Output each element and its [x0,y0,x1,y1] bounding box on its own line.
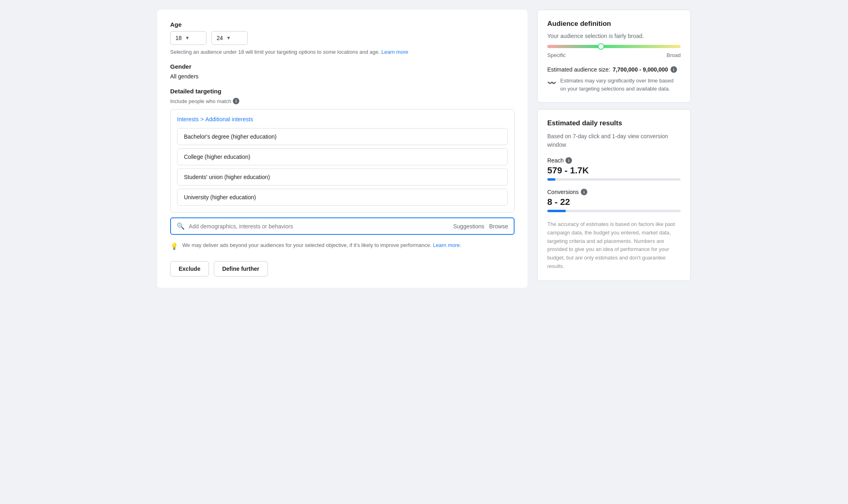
lightbulb-icon: 💡 [170,242,178,251]
age-from-value: 18 [175,35,182,41]
meter-labels: Specific Broad [547,52,681,58]
conversions-section: Conversions i 8 - 22 [547,189,681,212]
suggestions-button[interactable]: Suggestions [453,223,484,230]
targeting-box: Interests > Additional interests Bachelo… [170,109,515,213]
chevron-down-icon: ▼ [226,35,231,41]
define-further-button[interactable]: Define further [214,261,268,276]
action-buttons: Exclude Define further [170,261,515,276]
targeting-item: University (higher education) [177,189,508,206]
daily-results-desc: Based on 7-day click and 1-day view conv… [547,132,681,149]
audience-definition-card: Audience definition Your audience select… [537,10,691,103]
breadcrumb-interests-link[interactable]: Interests [177,116,199,122]
conversions-info-icon[interactable]: i [581,189,587,195]
age-from-select[interactable]: 18 ▼ [170,31,207,45]
audience-description: Your audience selection is fairly broad. [547,33,681,39]
reach-bar-fill [547,178,555,181]
right-panel: Audience definition Your audience select… [537,10,691,288]
breadcrumb: Interests > Additional interests [177,116,508,122]
accuracy-note: The accuracy of estimates is based on fa… [547,220,681,271]
include-label: Include people who match i [170,98,515,104]
targeting-item: Bachelor's degree (higher education) [177,128,508,145]
estimates-note: 〰️ Estimates may vary significantly over… [547,77,681,93]
hint-text: We may deliver ads beyond your audiences… [182,242,431,248]
hint-row: 💡 We may deliver ads beyond your audienc… [170,241,515,251]
targeting-item: Students' union (higher education) [177,169,508,186]
exclude-button[interactable]: Exclude [170,261,209,276]
estimates-note-text: Estimates may vary significantly over ti… [560,77,681,93]
conversions-label: Conversions i [547,189,681,195]
gender-label: Gender [170,63,515,70]
search-box: 🔍 Suggestions Browse [170,217,515,235]
conversions-bar [547,210,681,212]
breadcrumb-additional-link[interactable]: Additional interests [205,116,253,122]
breadcrumb-separator: > [200,116,204,122]
size-value: 7,700,000 - 9,000,000 [613,66,668,73]
audience-definition-title: Audience definition [547,20,681,28]
detailed-targeting-section: Detailed targeting Include people who ma… [170,88,515,276]
reach-bar [547,178,681,181]
trend-icon: 〰️ [547,78,556,89]
audience-meter-bar [547,45,681,48]
age-label: Age [170,21,515,28]
reach-value: 579 - 1.7K [547,165,681,176]
detailed-targeting-label: Detailed targeting [170,88,515,95]
browse-button[interactable]: Browse [489,223,508,230]
targeting-item: College (higher education) [177,148,508,165]
reach-info-icon[interactable]: i [565,157,572,164]
age-to-select[interactable]: 24 ▼ [211,31,248,45]
chevron-down-icon: ▼ [185,35,190,41]
hint-learn-more-link[interactable]: Learn more. [433,242,461,248]
gender-value: All genders [170,73,515,80]
meter-broad-label: Broad [667,52,681,58]
conversions-value: 8 - 22 [547,197,681,207]
search-actions: Suggestions Browse [453,223,508,230]
search-icon: 🔍 [177,222,185,230]
age-to-value: 24 [217,35,223,41]
search-input[interactable] [189,223,449,230]
age-note: Selecting an audience under 18 will limi… [170,49,515,55]
meter-specific-label: Specific [547,52,566,58]
conversions-bar-fill [547,210,566,212]
include-info-icon[interactable]: i [233,98,239,104]
size-info-icon[interactable]: i [671,66,677,73]
reach-section: Reach i 579 - 1.7K [547,157,681,181]
age-row: 18 ▼ 24 ▼ [170,31,515,45]
estimated-daily-title: Estimated daily results [547,119,681,127]
audience-size-row: Estimated audience size: 7,700,000 - 9,0… [547,66,681,73]
size-label: Estimated audience size: [547,66,610,73]
reach-label: Reach i [547,157,681,164]
estimated-daily-card: Estimated daily results Based on 7-day c… [537,109,691,281]
age-learn-more-link[interactable]: Learn more [382,49,408,55]
meter-indicator [598,43,604,50]
